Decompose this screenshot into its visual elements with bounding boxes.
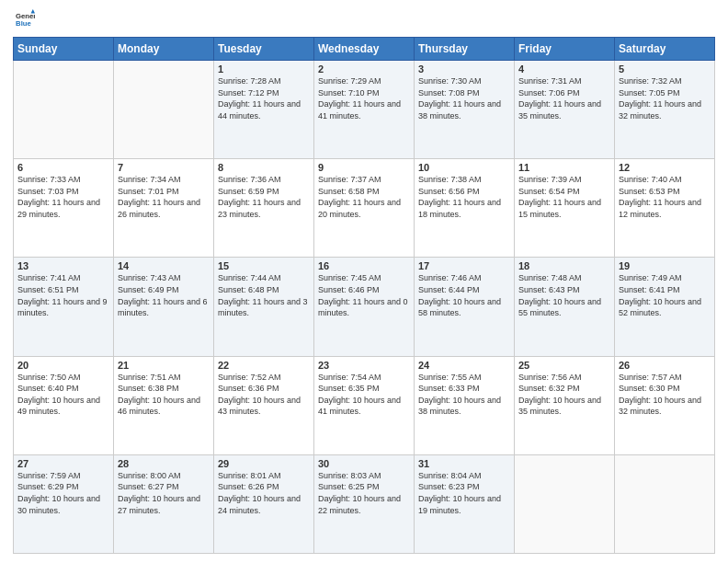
day-number: 24 (418, 360, 510, 371)
logo-icon: General Blue (15, 9, 35, 29)
calendar-cell: 8Sunrise: 7:36 AM Sunset: 6:59 PM Daylig… (214, 159, 314, 258)
day-info: Sunrise: 7:36 AM Sunset: 6:59 PM Dayligh… (218, 174, 310, 220)
calendar-cell: 16Sunrise: 7:45 AM Sunset: 6:46 PM Dayli… (314, 258, 415, 356)
svg-marker-2 (31, 9, 35, 13)
calendar-cell: 31Sunrise: 8:04 AM Sunset: 6:23 PM Dayli… (415, 454, 515, 553)
day-info: Sunrise: 7:32 AM Sunset: 7:05 PM Dayligh… (619, 75, 711, 121)
calendar-cell: 25Sunrise: 7:56 AM Sunset: 6:32 PM Dayli… (515, 356, 615, 454)
svg-text:Blue: Blue (16, 19, 31, 28)
day-number: 4 (518, 63, 610, 75)
weekday-header-saturday: Saturday (615, 38, 715, 61)
day-number: 22 (218, 360, 310, 371)
logo: General Blue (13, 9, 35, 29)
day-number: 6 (17, 162, 109, 173)
day-number: 3 (418, 63, 510, 75)
day-number: 9 (318, 162, 410, 173)
day-info: Sunrise: 7:29 AM Sunset: 7:10 PM Dayligh… (318, 75, 410, 121)
weekday-header-friday: Friday (515, 38, 615, 61)
day-info: Sunrise: 8:00 AM Sunset: 6:27 PM Dayligh… (118, 470, 210, 516)
calendar-cell: 21Sunrise: 7:51 AM Sunset: 6:38 PM Dayli… (114, 356, 214, 454)
calendar-cell: 5Sunrise: 7:32 AM Sunset: 7:05 PM Daylig… (615, 61, 715, 159)
calendar-cell: 30Sunrise: 8:03 AM Sunset: 6:25 PM Dayli… (314, 454, 415, 553)
day-number: 16 (318, 260, 410, 271)
calendar-cell (515, 454, 615, 553)
day-number: 14 (118, 260, 210, 271)
weekday-header-sunday: Sunday (14, 38, 114, 61)
calendar-cell: 14Sunrise: 7:43 AM Sunset: 6:49 PM Dayli… (114, 258, 214, 356)
day-number: 23 (318, 360, 410, 371)
weekday-header-tuesday: Tuesday (214, 38, 314, 61)
day-number: 20 (17, 360, 109, 371)
header: General Blue (13, 9, 715, 29)
day-number: 26 (619, 360, 711, 371)
day-number: 11 (518, 162, 610, 173)
day-info: Sunrise: 7:39 AM Sunset: 6:54 PM Dayligh… (518, 174, 610, 220)
day-info: Sunrise: 7:38 AM Sunset: 6:56 PM Dayligh… (418, 174, 510, 220)
calendar-cell: 1Sunrise: 7:28 AM Sunset: 7:12 PM Daylig… (214, 61, 314, 159)
calendar-cell: 9Sunrise: 7:37 AM Sunset: 6:58 PM Daylig… (314, 159, 415, 258)
day-info: Sunrise: 7:55 AM Sunset: 6:33 PM Dayligh… (418, 372, 510, 418)
calendar-cell (615, 454, 715, 553)
calendar-week-row: 1Sunrise: 7:28 AM Sunset: 7:12 PM Daylig… (14, 61, 715, 159)
day-number: 1 (218, 63, 310, 75)
calendar-cell: 29Sunrise: 8:01 AM Sunset: 6:26 PM Dayli… (214, 454, 314, 553)
day-number: 7 (118, 162, 210, 173)
calendar-cell: 17Sunrise: 7:46 AM Sunset: 6:44 PM Dayli… (415, 258, 515, 356)
day-info: Sunrise: 7:52 AM Sunset: 6:36 PM Dayligh… (218, 372, 310, 418)
day-number: 29 (218, 458, 310, 469)
day-number: 18 (518, 260, 610, 271)
day-info: Sunrise: 7:57 AM Sunset: 6:30 PM Dayligh… (619, 372, 711, 418)
day-info: Sunrise: 7:40 AM Sunset: 6:53 PM Dayligh… (619, 174, 711, 220)
weekday-header-thursday: Thursday (415, 38, 515, 61)
day-info: Sunrise: 7:41 AM Sunset: 6:51 PM Dayligh… (17, 272, 109, 318)
day-number: 17 (418, 260, 510, 271)
day-info: Sunrise: 7:28 AM Sunset: 7:12 PM Dayligh… (218, 75, 310, 121)
day-info: Sunrise: 7:43 AM Sunset: 6:49 PM Dayligh… (118, 272, 210, 318)
day-info: Sunrise: 7:50 AM Sunset: 6:40 PM Dayligh… (17, 372, 109, 418)
day-info: Sunrise: 7:54 AM Sunset: 6:35 PM Dayligh… (318, 372, 410, 418)
calendar-page: General Blue SundayMondayTuesdayWednesda… (0, 0, 728, 563)
day-info: Sunrise: 7:34 AM Sunset: 7:01 PM Dayligh… (118, 174, 210, 220)
day-info: Sunrise: 7:49 AM Sunset: 6:41 PM Dayligh… (619, 272, 711, 318)
day-number: 25 (518, 360, 610, 371)
day-info: Sunrise: 7:31 AM Sunset: 7:06 PM Dayligh… (518, 75, 610, 121)
calendar-week-row: 20Sunrise: 7:50 AM Sunset: 6:40 PM Dayli… (14, 356, 715, 454)
day-info: Sunrise: 8:01 AM Sunset: 6:26 PM Dayligh… (218, 470, 310, 516)
calendar-cell: 28Sunrise: 8:00 AM Sunset: 6:27 PM Dayli… (114, 454, 214, 553)
calendar-cell: 20Sunrise: 7:50 AM Sunset: 6:40 PM Dayli… (14, 356, 114, 454)
calendar-cell: 11Sunrise: 7:39 AM Sunset: 6:54 PM Dayli… (515, 159, 615, 258)
day-number: 8 (218, 162, 310, 173)
calendar-cell: 10Sunrise: 7:38 AM Sunset: 6:56 PM Dayli… (415, 159, 515, 258)
day-info: Sunrise: 8:03 AM Sunset: 6:25 PM Dayligh… (318, 470, 410, 516)
weekday-header-monday: Monday (114, 38, 214, 61)
day-number: 10 (418, 162, 510, 173)
day-number: 21 (118, 360, 210, 371)
calendar-cell: 4Sunrise: 7:31 AM Sunset: 7:06 PM Daylig… (515, 61, 615, 159)
calendar-cell: 24Sunrise: 7:55 AM Sunset: 6:33 PM Dayli… (415, 356, 515, 454)
day-info: Sunrise: 7:37 AM Sunset: 6:58 PM Dayligh… (318, 174, 410, 220)
calendar-cell: 27Sunrise: 7:59 AM Sunset: 6:29 PM Dayli… (14, 454, 114, 553)
day-number: 13 (17, 260, 109, 271)
day-info: Sunrise: 7:51 AM Sunset: 6:38 PM Dayligh… (118, 372, 210, 418)
day-info: Sunrise: 7:48 AM Sunset: 6:43 PM Dayligh… (518, 272, 610, 318)
calendar-cell: 15Sunrise: 7:44 AM Sunset: 6:48 PM Dayli… (214, 258, 314, 356)
day-number: 19 (619, 260, 711, 271)
day-info: Sunrise: 7:45 AM Sunset: 6:46 PM Dayligh… (318, 272, 410, 318)
calendar-cell: 23Sunrise: 7:54 AM Sunset: 6:35 PM Dayli… (314, 356, 415, 454)
day-number: 15 (218, 260, 310, 271)
calendar-cell: 26Sunrise: 7:57 AM Sunset: 6:30 PM Dayli… (615, 356, 715, 454)
calendar-week-row: 6Sunrise: 7:33 AM Sunset: 7:03 PM Daylig… (14, 159, 715, 258)
calendar-cell: 19Sunrise: 7:49 AM Sunset: 6:41 PM Dayli… (615, 258, 715, 356)
day-number: 5 (619, 63, 711, 75)
day-info: Sunrise: 8:04 AM Sunset: 6:23 PM Dayligh… (418, 470, 510, 516)
day-info: Sunrise: 7:30 AM Sunset: 7:08 PM Dayligh… (418, 75, 510, 121)
calendar-cell: 22Sunrise: 7:52 AM Sunset: 6:36 PM Dayli… (214, 356, 314, 454)
calendar-cell: 12Sunrise: 7:40 AM Sunset: 6:53 PM Dayli… (615, 159, 715, 258)
day-number: 31 (418, 458, 510, 469)
day-info: Sunrise: 7:44 AM Sunset: 6:48 PM Dayligh… (218, 272, 310, 318)
day-info: Sunrise: 7:33 AM Sunset: 7:03 PM Dayligh… (17, 174, 109, 220)
calendar-cell (14, 61, 114, 159)
calendar-cell: 3Sunrise: 7:30 AM Sunset: 7:08 PM Daylig… (415, 61, 515, 159)
calendar-cell: 13Sunrise: 7:41 AM Sunset: 6:51 PM Dayli… (14, 258, 114, 356)
day-number: 2 (318, 63, 410, 75)
